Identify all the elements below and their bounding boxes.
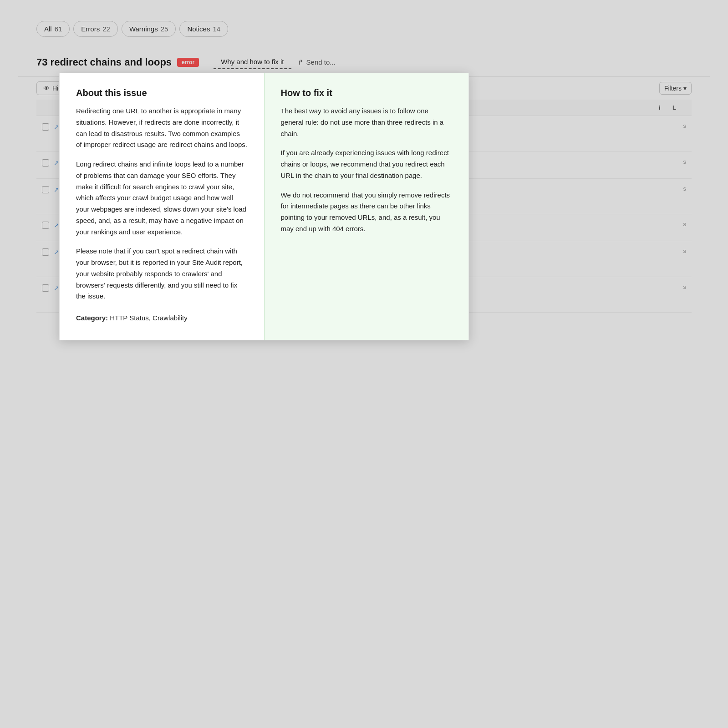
- modal-left-para-3: Please note that if you can't spot a red…: [76, 246, 248, 302]
- modal-right-para-1: The best way to avoid any issues is to f…: [281, 106, 453, 139]
- modal-left-para-2: Long redirect chains and infinite loops …: [76, 159, 248, 238]
- category-value: HTTP Status, Crawlability: [110, 314, 188, 322]
- modal-left-title: About this issue: [76, 88, 248, 98]
- modal-category-line: Category: HTTP Status, Crawlability: [76, 313, 248, 324]
- modal-right-panel: How to fix it The best way to avoid any …: [264, 73, 469, 340]
- modal-panel: About this issue Redirecting one URL to …: [59, 73, 469, 340]
- modal-left-panel: About this issue Redirecting one URL to …: [59, 73, 264, 340]
- category-label: Category:: [76, 314, 108, 322]
- modal-right-para-3: We do not recommend that you simply remo…: [281, 190, 453, 235]
- modal-right-para-2: If you are already experiencing issues w…: [281, 147, 453, 181]
- modal-right-title: How to fix it: [281, 88, 453, 98]
- modal-left-para-1: Redirecting one URL to another is approp…: [76, 106, 248, 151]
